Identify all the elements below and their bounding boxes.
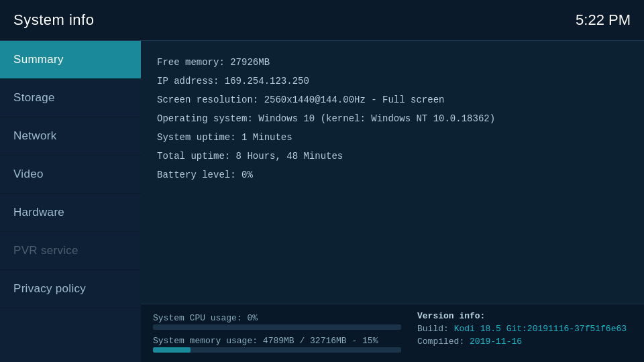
- app-title: System info: [13, 11, 94, 29]
- header: System info 5:22 PM: [0, 0, 644, 40]
- sidebar-item-storage[interactable]: Storage: [0, 79, 141, 117]
- version-section: Version info: Build: Kodi 18.5 Git:20191…: [417, 311, 632, 347]
- build-row: Build: Kodi 18.5 Git:20191116-37f51f6e63: [417, 324, 632, 334]
- version-title: Version info:: [417, 311, 632, 321]
- sidebar-item-network[interactable]: Network: [0, 117, 141, 156]
- build-label: Build:: [417, 324, 449, 334]
- screen-resolution-line: Screen resolution: 2560x1440@144.00Hz - …: [157, 90, 628, 109]
- compiled-value: 2019-11-16: [470, 337, 522, 347]
- main-layout: Summary Storage Network Video Hardware P…: [0, 41, 644, 362]
- usage-section: System CPU usage: 0% System memory usage…: [153, 311, 417, 353]
- free-memory-line: Free memory: 27926MB: [157, 53, 628, 72]
- memory-usage-label: System memory usage: 4789MB / 32716MB - …: [153, 334, 417, 353]
- compiled-row: Compiled: 2019-11-16: [417, 337, 632, 347]
- memory-progress-bar: [153, 347, 401, 353]
- sidebar: Summary Storage Network Video Hardware P…: [0, 41, 141, 362]
- sidebar-item-pvr-service[interactable]: PVR service: [0, 232, 141, 270]
- cpu-usage-label: System CPU usage: 0%: [153, 311, 417, 330]
- main-content: Free memory: 27926MB IP address: 169.254…: [141, 41, 644, 362]
- build-value: Kodi 18.5 Git:20191116-37f51f6e63: [454, 324, 627, 334]
- ip-address-line: IP address: 169.254.123.250: [157, 72, 628, 90]
- compiled-label: Compiled:: [417, 337, 464, 347]
- bottom-bar: System CPU usage: 0% System memory usage…: [141, 304, 644, 362]
- system-uptime-line: System uptime: 1 Minutes: [157, 128, 628, 147]
- sidebar-item-summary[interactable]: Summary: [0, 41, 141, 79]
- memory-progress-fill: [153, 347, 191, 353]
- sidebar-item-hardware[interactable]: Hardware: [0, 194, 141, 232]
- cpu-progress-bar: [153, 324, 401, 330]
- bottom-row: System CPU usage: 0% System memory usage…: [153, 311, 632, 353]
- sidebar-item-privacy-policy[interactable]: Privacy policy: [0, 270, 141, 308]
- summary-content: Free memory: 27926MB IP address: 169.254…: [141, 41, 644, 304]
- clock: 5:22 PM: [576, 11, 631, 29]
- total-uptime-line: Total uptime: 8 Hours, 48 Minutes: [157, 147, 628, 166]
- battery-level-line: Battery level: 0%: [157, 166, 628, 184]
- operating-system-line: Operating system: Windows 10 (kernel: Wi…: [157, 109, 628, 128]
- sidebar-item-video[interactable]: Video: [0, 156, 141, 194]
